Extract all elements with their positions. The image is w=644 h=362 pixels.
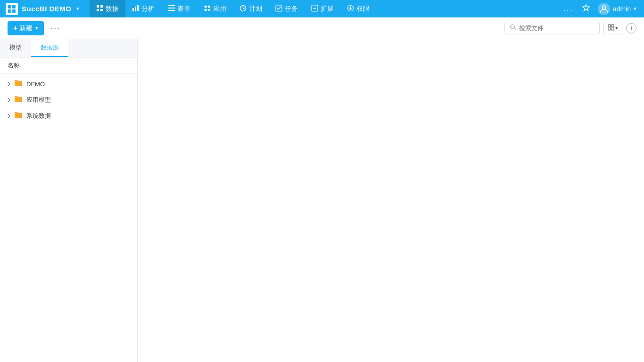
svg-rect-31 bbox=[608, 25, 611, 27]
tree-label-demo: DEMO bbox=[26, 81, 45, 88]
nav-right: ... admin ▾ bbox=[560, 0, 644, 17]
info-button[interactable]: i bbox=[626, 23, 636, 33]
new-button[interactable]: + 新建 ▾ bbox=[8, 21, 44, 35]
nav-label-plan: 计划 bbox=[249, 5, 262, 13]
view-grid-icon bbox=[608, 24, 614, 32]
app-title: SuccBI DEMO bbox=[22, 5, 72, 13]
nav-item-task[interactable]: 任务 bbox=[269, 0, 305, 17]
svg-rect-13 bbox=[168, 10, 175, 11]
nav-item-analysis[interactable]: 分析 bbox=[125, 0, 161, 17]
svg-rect-12 bbox=[168, 8, 175, 8]
svg-line-30 bbox=[514, 29, 516, 31]
svg-rect-6 bbox=[97, 9, 99, 11]
chevron-right-icon-appmodel bbox=[6, 98, 12, 102]
new-chevron-icon: ▾ bbox=[35, 25, 38, 31]
nav-label-analysis: 分析 bbox=[141, 5, 155, 13]
view-toggle-button[interactable]: ▾ bbox=[603, 22, 622, 34]
new-label: 新建 bbox=[19, 24, 33, 33]
nav-label-expand: 扩展 bbox=[321, 5, 334, 13]
nav-star-button[interactable] bbox=[580, 3, 592, 14]
nav-label-app: 应用 bbox=[213, 5, 226, 13]
col-header: 名称 bbox=[0, 58, 137, 74]
data-nav-icon bbox=[96, 5, 103, 13]
chevron-right-icon-sysdata bbox=[6, 114, 12, 118]
chevron-right-icon-demo bbox=[6, 82, 12, 86]
folder-icon-demo bbox=[14, 79, 23, 89]
app-nav-icon bbox=[204, 5, 211, 13]
logo-chevron-icon: ▾ bbox=[76, 6, 79, 12]
rights-nav-icon bbox=[347, 5, 354, 13]
svg-rect-3 bbox=[12, 9, 16, 13]
tab-model[interactable]: 模型 bbox=[0, 39, 31, 57]
user-avatar-icon bbox=[598, 3, 610, 15]
svg-point-15 bbox=[208, 5, 210, 8]
logo-icon bbox=[6, 3, 18, 15]
tab-datasource[interactable]: 数据源 bbox=[31, 39, 68, 57]
tree-list: DEMO 应用模型 系统数据 bbox=[0, 74, 137, 126]
svg-rect-4 bbox=[97, 5, 99, 8]
tab-model-label: 模型 bbox=[9, 44, 22, 51]
search-input[interactable] bbox=[519, 25, 594, 32]
svg-point-14 bbox=[205, 5, 207, 8]
nav-more-button[interactable]: ... bbox=[560, 4, 577, 14]
svg-point-16 bbox=[205, 8, 207, 11]
nav-item-expand[interactable]: 扩展 bbox=[305, 0, 340, 17]
svg-rect-1 bbox=[12, 5, 16, 8]
svg-point-28 bbox=[602, 6, 606, 9]
col-header-label: 名称 bbox=[8, 62, 20, 69]
folder-icon-appmodel bbox=[14, 95, 23, 105]
user-chevron-icon: ▾ bbox=[634, 6, 636, 12]
nav-item-form[interactable]: 表单 bbox=[161, 0, 197, 17]
svg-rect-8 bbox=[132, 8, 134, 11]
svg-rect-5 bbox=[100, 5, 103, 8]
svg-rect-7 bbox=[100, 9, 103, 11]
nav-items: 数据 分析 表单 应用 计划 bbox=[90, 0, 560, 17]
form-nav-icon bbox=[168, 5, 175, 13]
main-panel bbox=[138, 39, 644, 362]
svg-rect-0 bbox=[8, 5, 11, 8]
top-nav: SuccBI DEMO ▾ 数据 分析 表单 bbox=[0, 0, 644, 17]
new-plus-icon: + bbox=[13, 24, 17, 33]
sidebar-tabs: 模型 数据源 bbox=[0, 39, 137, 58]
svg-rect-9 bbox=[135, 7, 136, 11]
nav-label-task: 任务 bbox=[285, 5, 298, 13]
svg-rect-32 bbox=[611, 25, 614, 27]
tree-item-sysdata[interactable]: 系统数据 bbox=[0, 108, 137, 124]
tab-datasource-label: 数据源 bbox=[41, 44, 59, 51]
view-chevron-icon: ▾ bbox=[615, 25, 618, 31]
tree-label-sysdata: 系统数据 bbox=[26, 112, 51, 120]
nav-item-rights[interactable]: 权限 bbox=[340, 0, 376, 17]
svg-rect-34 bbox=[611, 28, 614, 30]
task-nav-icon bbox=[275, 5, 282, 13]
plan-nav-icon bbox=[239, 5, 247, 13]
expand-nav-icon bbox=[311, 5, 318, 13]
svg-marker-27 bbox=[582, 4, 589, 11]
svg-rect-10 bbox=[137, 5, 139, 11]
content-area: 模型 数据源 名称 DEMO bbox=[0, 39, 644, 362]
svg-rect-11 bbox=[168, 5, 175, 6]
tree-label-appmodel: 应用模型 bbox=[26, 96, 51, 104]
search-area bbox=[504, 22, 600, 34]
logo-area[interactable]: SuccBI DEMO ▾ bbox=[0, 0, 90, 17]
toolbar: + 新建 ▾ ··· ▾ i bbox=[0, 17, 644, 39]
sidebar: 模型 数据源 名称 DEMO bbox=[0, 39, 138, 362]
nav-item-data[interactable]: 数据 bbox=[90, 0, 125, 17]
svg-point-17 bbox=[208, 8, 210, 11]
nav-label-data: 数据 bbox=[106, 5, 119, 13]
svg-rect-2 bbox=[8, 9, 11, 13]
nav-label-form: 表单 bbox=[177, 5, 190, 13]
tree-item-appmodel[interactable]: 应用模型 bbox=[0, 92, 137, 108]
analysis-nav-icon bbox=[132, 5, 139, 13]
search-icon bbox=[510, 24, 516, 32]
tree-item-demo[interactable]: DEMO bbox=[0, 76, 137, 92]
nav-user-area[interactable]: admin ▾ bbox=[595, 3, 639, 15]
nav-item-plan[interactable]: 计划 bbox=[233, 0, 269, 17]
nav-label-rights: 权限 bbox=[356, 5, 370, 13]
user-name-label: admin bbox=[613, 5, 631, 13]
svg-rect-33 bbox=[608, 28, 611, 30]
nav-item-app[interactable]: 应用 bbox=[197, 0, 233, 17]
svg-line-20 bbox=[243, 8, 245, 9]
toolbar-more-button[interactable]: ··· bbox=[48, 21, 63, 35]
folder-icon-sysdata bbox=[14, 111, 23, 121]
